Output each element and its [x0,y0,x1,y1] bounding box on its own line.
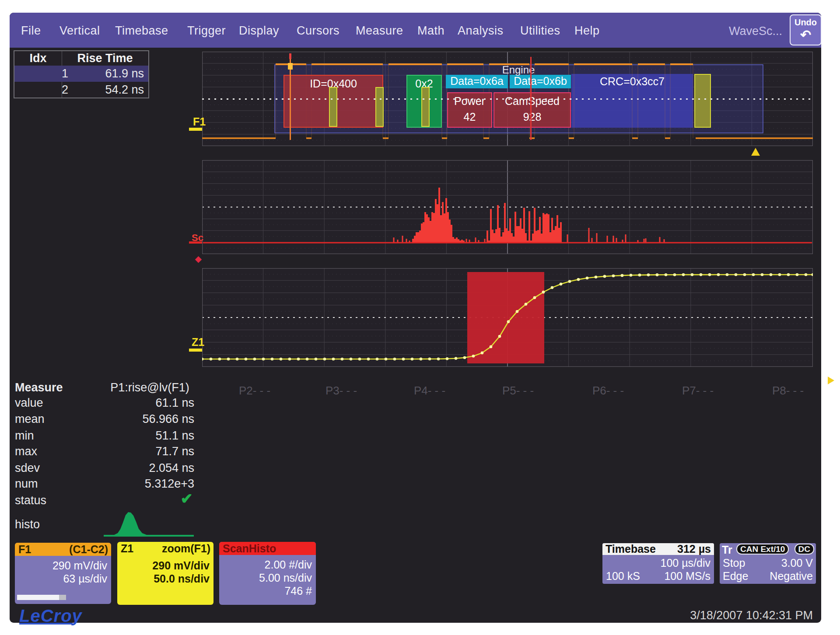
timebase-sample-rate: 100 MS/s [664,570,710,583]
timebase-title: Timebase [606,543,656,555]
table-row[interactable]: 1 61.9 ns [14,66,148,82]
scanhisto-vertical-scale: 2.00 #/div [265,558,312,571]
menu-help[interactable]: Help [574,24,600,38]
measure-p1-mean: 56.966 ns [105,412,194,426]
row-value: 54.2 ns [105,82,144,98]
timebase-per-div: 100 µs/div [661,557,710,569]
rise-table-col-rise-time: Rise Time [62,51,148,66]
trigger-time-marker-icon[interactable] [751,148,760,156]
trigger-time-cursor[interactable] [290,53,291,140]
z1-trace-label[interactable]: Z1 [192,336,204,349]
z1-descriptor-source: zoom(F1) [162,542,210,555]
timebase-delay: 312 µs [677,543,711,555]
scanhisto-horizontal-scale: 5.00 ns/div [259,572,312,584]
measure-row-label-mean: mean [15,412,45,426]
trigger-mode: Stop [723,557,745,569]
measure-row-label-min: min [15,429,34,443]
power-value: 42 [448,111,491,123]
measure-p1-value: 61.1 ns [105,396,194,410]
measure-row-label-sdev: sdev [15,461,40,475]
measure-histogram-icon [104,509,194,537]
rise-time-table: Idx Rise Time 1 61.9 ns 2 54.2 ns [14,50,149,98]
trigger-title: Tr [722,544,732,556]
scanhisto-descriptor-box[interactable]: ScanHisto 2.00 #/div 5.00 ns/div 746 # [219,542,316,605]
scan-histogram-grid [202,160,813,254]
f1-trace-underline [189,128,202,131]
measure-slot-p7[interactable]: P7- - - [663,384,733,398]
measure-slot-p5[interactable]: P5- - - [483,384,553,398]
horizontal-scroll-marker-icon[interactable] [828,377,834,384]
menu-file[interactable]: File [21,24,41,38]
measure-row-label-num: num [15,477,38,491]
menu-measure[interactable]: Measure [356,24,403,38]
undo-arrow-icon: ↶ [791,28,821,42]
z1-trace-underline [189,349,202,352]
scanhisto-descriptor-name: ScanHisto [223,542,276,555]
f1-descriptor-source: (C1-C2) [69,543,108,556]
row-value: 61.9 ns [105,66,144,82]
can-stuffbit-marker [421,87,430,127]
camspeed-name: CamSpeed [494,95,570,108]
f1-vertical-scale: 290 mV/div [52,559,107,572]
measure-row-label-value: value [15,396,43,410]
undo-button[interactable]: Undo ↶ [790,14,822,45]
trigger-source-badge: CAN Ext/10 [736,544,789,555]
can-signal-camspeed[interactable]: CamSpeed 928 [494,92,571,128]
measure-p1-sdev: 2.054 ns [105,461,194,475]
measure-p1-header[interactable]: P1:rise@lv(F1) [105,381,194,394]
menu-vertical[interactable]: Vertical [60,24,100,38]
timebase-descriptor-box[interactable]: Timebase 312 µs 100 µs/div 100 kS 100 MS… [602,543,714,584]
menu-math[interactable]: Math [417,24,444,38]
trigger-level: 3.00 V [781,557,813,569]
undo-label: Undo [791,17,821,28]
rise-table-col-idx: Idx [14,51,62,66]
power-name: Power [448,95,491,108]
camspeed-value: 928 [494,111,570,123]
menu-timebase[interactable]: Timebase [115,24,168,38]
menu-analysis[interactable]: Analysis [458,24,504,38]
can-stuffbit-marker [375,87,384,127]
can-data-byte-2[interactable]: Data=0x6b [510,75,571,88]
table-row[interactable]: 2 54.2 ns [14,82,148,98]
trigger-slope: Negative [770,570,813,583]
can-stuffbit-marker [329,87,337,127]
measure-slot-p8[interactable]: P8- - - [753,384,823,398]
measure-slot-p3[interactable]: P3- - - [306,384,376,398]
z1-descriptor-box[interactable]: Z1 zoom(F1) 290 mV/div 50.0 ns/div [117,542,214,605]
time-cursor[interactable] [530,57,532,140]
measure-p1-num: 5.312e+3 [105,477,194,491]
menu-display[interactable]: Display [239,24,279,38]
measure-row-label-histo: histo [15,518,40,531]
can-signal-power[interactable]: Power 42 [447,92,492,128]
menu-cursors[interactable]: Cursors [297,24,340,38]
f1-descriptor-box[interactable]: F1 (C1-C2) 290 mV/div 63 µs/div [15,543,111,604]
measure-slot-p2[interactable]: P2- - - [220,384,290,398]
datetime-display: 3/18/2007 10:42:31 PM [656,609,813,622]
can-message-name: Engine [492,64,545,76]
can-ack-marker [694,74,711,128]
menu-utilities[interactable]: Utilities [520,24,560,38]
measure-panel-title: Measure [15,381,63,394]
wavescan-status[interactable]: WaveSc... [729,24,782,38]
measure-slot-p6[interactable]: P6- - - [573,384,643,398]
zoom-trace-grid [202,268,813,367]
z1-descriptor-name: Z1 [121,542,133,555]
f1-horizontal-scale: 63 µs/div [63,572,107,585]
f1-descriptor-name: F1 [18,543,31,556]
z1-horizontal-scale: 50.0 ns/div [154,572,210,585]
measure-p1-max: 71.7 ns [105,445,194,458]
f1-center-dotted-line [202,98,813,100]
measure-row-label-status: status [15,494,46,507]
z1-vertical-scale: 290 mV/div [152,559,210,572]
can-data-byte-1[interactable]: Data=0x6a [446,75,508,88]
f1-trace-label[interactable]: F1 [193,115,206,128]
scanhisto-population: 746 # [284,585,312,597]
can-data2-label: Data=0x6b [514,75,567,87]
menu-trigger[interactable]: Trigger [187,24,226,38]
timebase-samples: 100 kS [606,570,640,583]
can-crc-field: CRC=0x3cc7 [571,75,693,88]
trigger-coupling-badge: DC [794,544,814,555]
trigger-descriptor-box[interactable]: Tr CAN Ext/10 DC Stop 3.00 V Edge Negati… [720,543,816,584]
lecroy-logo-underline [19,623,73,625]
measure-slot-p4[interactable]: P4- - - [395,384,465,398]
